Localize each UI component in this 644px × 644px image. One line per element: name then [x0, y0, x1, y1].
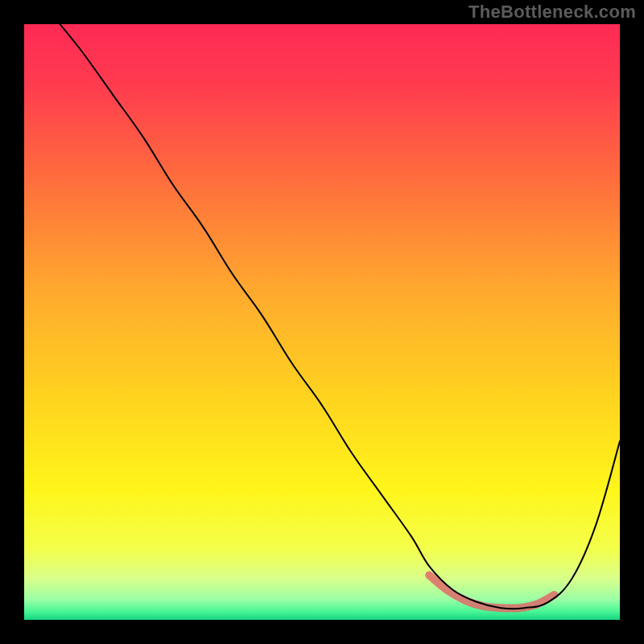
- curve-layer: [24, 24, 620, 620]
- main-curve: [60, 24, 620, 609]
- plot-area: [24, 24, 620, 620]
- watermark-text: TheBottleneck.com: [469, 2, 636, 23]
- highlight-band: [429, 576, 554, 609]
- chart-container: TheBottleneck.com: [0, 0, 644, 644]
